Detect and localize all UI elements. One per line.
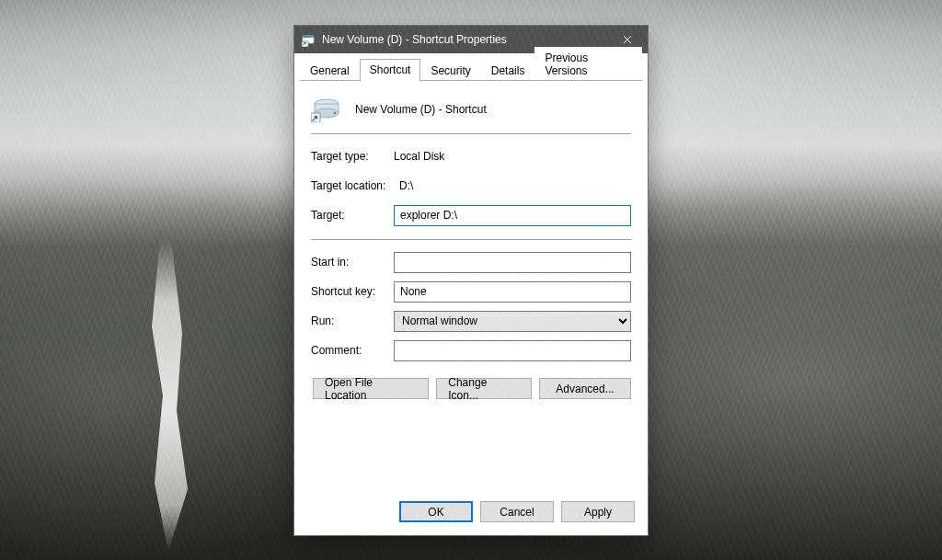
target-type-value: Local Disk [394, 150, 444, 163]
separator [311, 133, 631, 134]
comment-label: Comment: [311, 344, 394, 357]
dialog-footer: OK Cancel Apply [294, 501, 648, 535]
desktop-wallpaper: New Volume (D) - Shortcut Properties Gen… [0, 0, 942, 560]
window-title: New Volume (D) - Shortcut Properties [322, 33, 507, 46]
target-location-label: Target location: [311, 179, 399, 192]
tab-security[interactable]: Security [420, 60, 480, 82]
shortcut-name: New Volume (D) - Shortcut [355, 103, 487, 116]
open-file-location-button[interactable]: Open File Location [313, 378, 429, 399]
tab-shortcut[interactable]: Shortcut [360, 59, 421, 82]
row-target: Target: [311, 202, 631, 228]
row-target-location: Target location: D:\ [311, 173, 631, 199]
start-in-label: Start in: [311, 256, 394, 269]
run-select[interactable]: Normal window [394, 311, 631, 332]
row-start-in: Start in: [311, 249, 631, 275]
row-shortcut-key: Shortcut key: [311, 279, 631, 304]
tab-details[interactable]: Details [481, 60, 535, 82]
ok-button[interactable]: OK [399, 501, 473, 522]
wallpaper-detail [138, 239, 193, 552]
shortcut-file-icon [302, 32, 316, 47]
target-label: Target: [311, 209, 394, 222]
action-button-row: Open File Location Change Icon... Advanc… [311, 378, 631, 399]
comment-input[interactable] [394, 340, 631, 361]
cancel-button[interactable]: Cancel [480, 501, 554, 522]
target-location-value: D:\ [399, 179, 413, 192]
start-in-input[interactable] [394, 252, 631, 273]
row-target-type: Target type: Local Disk [311, 143, 631, 169]
tab-bar: General Shortcut Security Details Previo… [294, 53, 648, 81]
apply-button[interactable]: Apply [561, 501, 635, 522]
target-input[interactable] [394, 205, 631, 226]
dialog-body: New Volume (D) - Shortcut Target type: L… [294, 82, 648, 501]
shortcut-header: New Volume (D) - Shortcut [311, 91, 631, 131]
drive-icon [311, 97, 342, 122]
svg-rect-1 [303, 36, 314, 38]
change-icon-button[interactable]: Change Icon... [436, 378, 532, 399]
advanced-button[interactable]: Advanced... [539, 378, 631, 399]
properties-dialog: New Volume (D) - Shortcut Properties Gen… [293, 25, 649, 536]
shortcut-key-input[interactable] [394, 281, 631, 303]
svg-point-6 [334, 112, 337, 115]
tab-general[interactable]: General [300, 60, 360, 82]
row-run: Run: Normal window [311, 308, 631, 334]
target-type-label: Target type: [311, 150, 394, 163]
shortcut-key-label: Shortcut key: [311, 285, 394, 298]
tab-underline [300, 80, 642, 81]
tab-previous-versions[interactable]: Previous Versions [534, 47, 642, 82]
close-icon [623, 35, 632, 44]
row-comment: Comment: [311, 337, 631, 363]
run-label: Run: [311, 314, 394, 327]
separator [311, 239, 631, 240]
